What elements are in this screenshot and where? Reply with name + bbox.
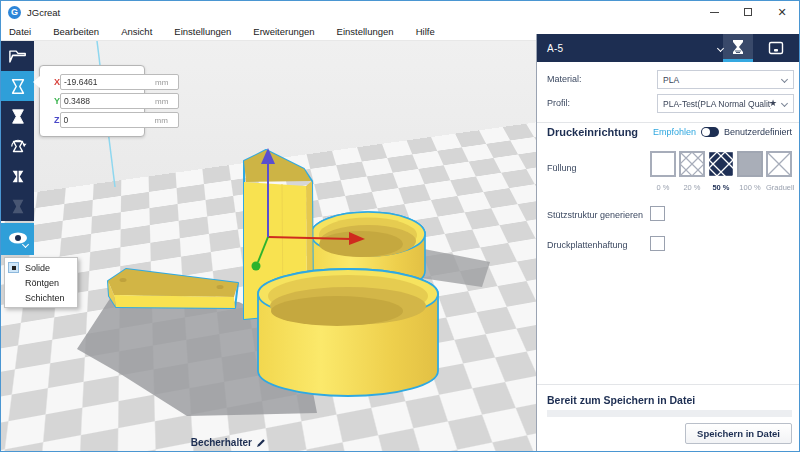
- infill-0[interactable]: 0 %: [650, 151, 676, 192]
- infill-gradual-swatch: [766, 151, 792, 177]
- adhesion-checkbox[interactable]: [650, 236, 665, 251]
- rotate-tool-button[interactable]: [1, 131, 34, 161]
- infill-options: 0 % 20 % 50 % 100 % Graduell: [650, 151, 795, 192]
- close-icon: ✕: [777, 7, 786, 18]
- adhesion-label: Druckplattenhaftung: [547, 240, 628, 250]
- infill-50[interactable]: 50 %: [708, 151, 734, 192]
- close-button[interactable]: ✕: [765, 1, 799, 23]
- infill-20-swatch: [679, 151, 705, 177]
- tab-preview[interactable]: [761, 34, 791, 62]
- status-title: Bereit zum Speichern in Datei: [547, 394, 695, 406]
- view-mode-menu: Solide Röntgen Schichten: [4, 257, 78, 308]
- model-name[interactable]: Becherhalter: [191, 437, 252, 448]
- chevron-down-icon: [781, 76, 788, 83]
- prepare-stage-icon: [730, 39, 746, 55]
- model-info: Becherhalter 162.6 x 165.2 x 70.0 mm 09S…: [98, 437, 266, 452]
- progress-track: [547, 410, 792, 417]
- x-coordinate-row: X mm: [54, 74, 138, 90]
- position-panel: X mm Y mm Z mm: [39, 65, 145, 137]
- infill-label: Füllung: [547, 163, 577, 173]
- z-axis-label: Z: [54, 115, 60, 125]
- tab-prepare[interactable]: [723, 34, 753, 62]
- printer-name: A-5: [537, 43, 563, 54]
- move-tool-icon: [9, 78, 27, 95]
- maximize-icon: [744, 8, 752, 16]
- save-to-file-button[interactable]: Speichern in Datei: [685, 423, 792, 444]
- scale-tool-icon: [9, 108, 27, 125]
- infill-50-swatch: [708, 151, 734, 177]
- y-coordinate-row: Y mm: [54, 93, 138, 109]
- infill-gradual[interactable]: Graduell: [766, 151, 792, 192]
- star-icon[interactable]: ★: [769, 98, 777, 108]
- infill-20[interactable]: 20 %: [679, 151, 705, 192]
- print-setup-title: Druckeinrichtung: [547, 126, 638, 138]
- menu-einstellungen-1[interactable]: Einstellungen: [163, 26, 242, 37]
- infill-100[interactable]: 100 %: [737, 151, 763, 192]
- front-cylinder: [258, 269, 438, 396]
- preview-stage-icon: [768, 40, 784, 56]
- open-folder-icon: [9, 49, 27, 64]
- view-mode-layers[interactable]: Schichten: [5, 290, 77, 305]
- material-label: Material:: [547, 74, 582, 84]
- menu-ansicht[interactable]: Ansicht: [110, 26, 163, 37]
- menu-einstellungen-2[interactable]: Einstellungen: [326, 26, 405, 37]
- mode-custom-label[interactable]: Benutzerdefiniert: [724, 127, 792, 137]
- move-tool-button[interactable]: [1, 71, 34, 101]
- open-file-button[interactable]: [1, 41, 34, 71]
- printer-header: A-5: [537, 34, 800, 62]
- chevron-down-icon: [781, 100, 788, 107]
- material-select[interactable]: PLA: [657, 70, 794, 89]
- scale-tool-button[interactable]: [1, 101, 34, 131]
- minimize-icon: [710, 12, 719, 13]
- window-title: JGcreat: [27, 7, 60, 18]
- per-model-settings-button: [1, 191, 34, 221]
- support-checkbox[interactable]: [650, 206, 665, 221]
- menu-bar: Datei Bearbeiten Ansicht Einstellungen E…: [1, 23, 536, 41]
- mode-toggle[interactable]: [701, 127, 719, 137]
- title-bar: G JGcreat ✕: [1, 1, 799, 23]
- menu-hilfe[interactable]: Hilfe: [405, 26, 446, 37]
- left-toolbar: [1, 41, 34, 221]
- minimize-button[interactable]: [697, 1, 731, 23]
- selected-marker: [8, 262, 19, 273]
- view-mode-solid[interactable]: Solide: [5, 260, 77, 275]
- edit-pencil-icon[interactable]: [256, 438, 266, 448]
- menu-bearbeiten[interactable]: Bearbeiten: [42, 26, 110, 37]
- view-mode-button[interactable]: [1, 223, 34, 255]
- per-model-settings-icon: [9, 198, 27, 215]
- mirror-tool-icon: [9, 168, 27, 185]
- mirror-tool-button[interactable]: [1, 161, 34, 191]
- infill-100-swatch: [737, 151, 763, 177]
- y-coordinate-input[interactable]: [60, 93, 179, 109]
- profile-select[interactable]: PLA-Test(PLA Normal Quality) ★: [657, 94, 794, 113]
- chevron-down-icon: [22, 240, 29, 247]
- z-coordinate-row: Z mm: [54, 112, 138, 128]
- menu-datei[interactable]: Datei: [1, 26, 42, 37]
- maximize-button[interactable]: [731, 1, 765, 23]
- support-label: Stützstruktur generieren: [547, 210, 643, 220]
- flat-bar: [108, 269, 238, 308]
- infill-0-swatch: [650, 151, 676, 177]
- model-shadow-right: [419, 248, 490, 287]
- profile-label: Profil:: [547, 98, 570, 108]
- app-icon: G: [8, 6, 21, 19]
- z-coordinate-input[interactable]: [60, 112, 179, 128]
- settings-panel: A-5 Material: PLA Profil: PLA-Test(PLA N…: [536, 34, 800, 452]
- mode-recommended-label[interactable]: Empfohlen: [653, 127, 696, 137]
- rotate-tool-icon: [9, 138, 27, 155]
- x-coordinate-input[interactable]: [60, 74, 179, 90]
- app-window: G JGcreat ✕ Datei Bearbeiten Ansicht Ein…: [0, 0, 800, 452]
- menu-erweiterungen[interactable]: Erweiterungen: [242, 26, 325, 37]
- view-mode-xray[interactable]: Röntgen: [5, 275, 77, 290]
